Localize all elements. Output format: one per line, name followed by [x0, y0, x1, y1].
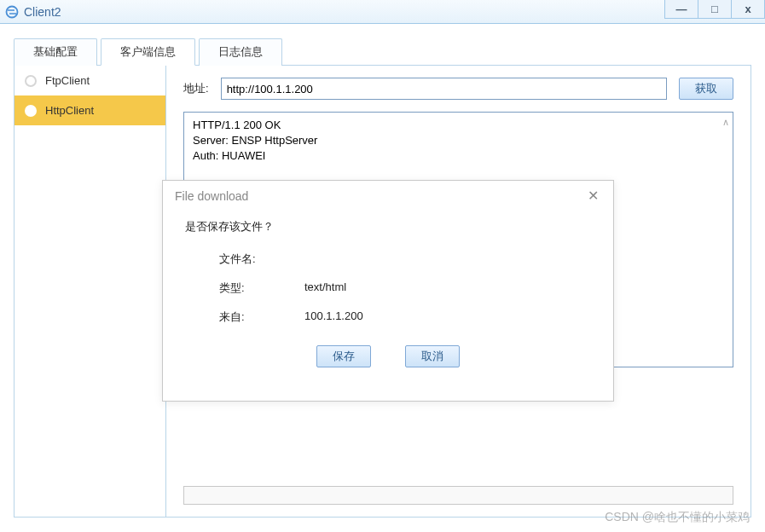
app-icon	[5, 5, 19, 19]
sidebar-item-label: HttpClient	[45, 104, 94, 117]
bullet-icon	[25, 75, 37, 87]
address-input[interactable]	[221, 78, 667, 100]
tab-basic-config[interactable]: 基础配置	[14, 38, 97, 66]
dialog-row-from: 来自: 100.1.1.200	[185, 309, 591, 325]
cancel-button[interactable]: 取消	[405, 345, 460, 367]
bullet-icon	[25, 105, 37, 117]
response-line: Auth: HUAWEI	[193, 148, 724, 164]
sidebar: FtpClient HttpClient	[14, 66, 166, 517]
window-title: Client2	[24, 5, 61, 19]
tab-client-info[interactable]: 客户端信息	[101, 38, 195, 66]
title-bar: Client2 — □ x	[0, 0, 765, 24]
scroll-up-icon[interactable]: ∧	[722, 116, 729, 129]
dialog-title-bar: File download ✕	[163, 181, 613, 209]
file-download-dialog: File download ✕ 是否保存该文件？ 文件名: 类型: text/h…	[162, 180, 614, 402]
dialog-title: File download	[175, 189, 248, 203]
filename-label: 文件名:	[219, 252, 304, 267]
dialog-row-filename: 文件名:	[185, 252, 591, 267]
save-button[interactable]: 保存	[316, 345, 371, 367]
close-button[interactable]: x	[731, 0, 765, 19]
type-value: text/html	[304, 280, 346, 296]
svg-point-0	[7, 6, 18, 17]
address-row: 地址: 获取	[183, 78, 733, 100]
from-label: 来自:	[219, 309, 304, 325]
dialog-actions: 保存 取消	[185, 345, 591, 367]
minimize-button[interactable]: —	[664, 0, 698, 19]
tab-bar: 基础配置 客户端信息 日志信息	[14, 38, 751, 66]
from-value: 100.1.1.200	[304, 309, 363, 325]
dialog-close-icon[interactable]: ✕	[584, 188, 601, 204]
maximize-button[interactable]: □	[698, 0, 732, 19]
dialog-body: 是否保存该文件？ 文件名: 类型: text/html 来自: 100.1.1.…	[163, 209, 613, 367]
tab-log-info[interactable]: 日志信息	[199, 38, 282, 66]
window-controls: — □ x	[665, 0, 765, 24]
get-button[interactable]: 获取	[679, 78, 733, 100]
response-line: Server: ENSP HttpServer	[193, 133, 724, 148]
response-line: HTTP/1.1 200 OK	[193, 118, 724, 133]
address-label: 地址:	[183, 81, 209, 96]
dialog-row-type: 类型: text/html	[185, 280, 591, 296]
type-label: 类型:	[219, 280, 304, 296]
sidebar-item-ftpclient[interactable]: FtpClient	[14, 66, 165, 95]
content-area: 基础配置 客户端信息 日志信息 FtpClient HttpClient 地址:…	[0, 24, 765, 532]
sidebar-item-label: FtpClient	[45, 74, 90, 87]
dialog-question: 是否保存该文件？	[185, 219, 591, 234]
progress-bar	[183, 486, 733, 505]
sidebar-item-httpclient[interactable]: HttpClient	[14, 95, 165, 125]
